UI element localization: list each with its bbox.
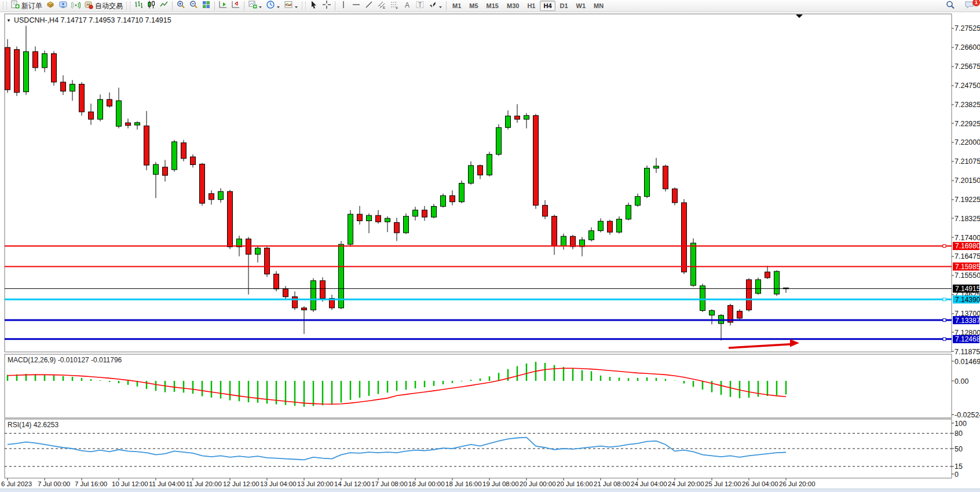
- line-chart-button[interactable]: [158, 1, 170, 12]
- indicators-menu-button[interactable]: [282, 1, 300, 12]
- fibonacci-button[interactable]: F: [388, 1, 401, 12]
- horizontal-line-button[interactable]: [350, 1, 363, 12]
- chart-shift-button[interactable]: [229, 1, 242, 12]
- equidistant-channel-icon: E: [377, 0, 386, 12]
- candle: [292, 297, 298, 308]
- chevron-down-icon: [294, 1, 298, 11]
- candle: [506, 116, 511, 127]
- price-tick-label: 7.22925: [955, 120, 980, 128]
- timeframes-menu-button[interactable]: [264, 1, 282, 12]
- candle: [533, 116, 539, 205]
- autotrading-button[interactable]: 自动交易: [82, 1, 125, 12]
- time-tick-label: 25 Jul 12:00: [705, 480, 741, 487]
- toolbar-separator: [172, 1, 173, 10]
- candle: [589, 231, 594, 240]
- text-button[interactable]: A: [401, 1, 414, 12]
- timeframe-button-w1[interactable]: W1: [573, 1, 590, 11]
- candle: [441, 196, 446, 207]
- mt4-window: 新订单 自动交易: [0, 0, 980, 492]
- candle: [394, 222, 400, 233]
- status-strip: [0, 489, 980, 492]
- line-handle[interactable]: [943, 319, 946, 322]
- chart-canvas[interactable]: ▼ USDCNH-,H4 7.14717 7.14953 7.14710 7.1…: [0, 0, 980, 492]
- line-handle[interactable]: [943, 244, 946, 247]
- toolbar-separator: [214, 1, 215, 10]
- line-handle[interactable]: [943, 337, 946, 340]
- arrows-menu-button[interactable]: [426, 1, 444, 12]
- chevron-down-icon: [438, 1, 443, 11]
- autotrading-label: 自动交易: [95, 1, 123, 11]
- community-button[interactable]: [57, 1, 70, 12]
- timeframe-button-m15[interactable]: M15: [483, 1, 502, 11]
- current-price-tag-label: 7.14915: [955, 285, 980, 293]
- time-tick-label: 20 Jul 16:00: [557, 480, 593, 487]
- signals-button[interactable]: [70, 1, 82, 12]
- rsi-level-label: 100: [955, 420, 967, 428]
- search-icon: [945, 0, 955, 12]
- text-icon: A: [403, 0, 412, 12]
- timeframe-button-h4[interactable]: H4: [540, 1, 555, 11]
- toolbar-grip[interactable]: [3, 2, 7, 10]
- tile-windows-button[interactable]: [200, 1, 213, 12]
- trend-arrow-line[interactable]: [729, 344, 792, 348]
- svg-text:E: E: [383, 6, 385, 9]
- candle: [663, 166, 668, 189]
- symbol-dropdown-icon[interactable]: ▼: [6, 18, 11, 23]
- metaeditor-button[interactable]: [44, 1, 57, 12]
- candle: [478, 166, 483, 175]
- timeframe-button-d1[interactable]: D1: [557, 1, 572, 11]
- timeframe-button-h1[interactable]: H1: [524, 1, 539, 11]
- candle: [42, 54, 47, 68]
- metaeditor-icon: [46, 0, 55, 12]
- candle: [710, 311, 715, 315]
- search-button[interactable]: [944, 1, 957, 12]
- candle: [274, 274, 279, 289]
- candlestick-chart-button[interactable]: [145, 1, 158, 12]
- candle: [413, 210, 418, 216]
- zoom-in-button[interactable]: [174, 1, 187, 12]
- candle: [422, 210, 427, 217]
- toolbar-grip[interactable]: [302, 2, 306, 10]
- timeframe-button-m1[interactable]: M1: [449, 1, 465, 11]
- time-tick-label: 18 Jul 00:00: [408, 480, 445, 487]
- macd-tick-label: -0.02524: [955, 411, 980, 419]
- candle: [228, 192, 233, 247]
- vertical-line-button[interactable]: [337, 1, 350, 12]
- candle: [181, 143, 187, 159]
- toolbar-grip[interactable]: [126, 2, 130, 10]
- time-tick-label: 18 Jul 16:00: [445, 480, 482, 487]
- candle: [302, 308, 307, 310]
- rsi-level-label: 15: [955, 462, 963, 471]
- crosshair-button[interactable]: [320, 1, 333, 12]
- time-tick-label: 24 Jul 20:00: [668, 480, 704, 487]
- candle: [487, 155, 492, 175]
- new-chart-button[interactable]: [246, 1, 264, 12]
- timeframe-button-m5[interactable]: M5: [466, 1, 481, 11]
- candle: [385, 218, 390, 222]
- chart-shift-marker[interactable]: [796, 14, 803, 18]
- time-tick-label: 10 Jul 12:00: [112, 480, 148, 487]
- equidistant-channel-button[interactable]: E: [375, 1, 388, 12]
- candle: [191, 157, 196, 165]
- timeframe-toolbar: M1M5M15M30H1H4D1W1MN: [448, 1, 608, 11]
- candle: [265, 248, 270, 274]
- trend-arrow-head[interactable]: [790, 339, 799, 347]
- trendline-icon: [364, 0, 374, 12]
- time-tick-label: 19 Jul 08:00: [482, 480, 519, 487]
- timeframe-button-m30[interactable]: M30: [503, 1, 522, 11]
- new-order-button[interactable]: 新订单: [9, 1, 44, 12]
- trendline-button[interactable]: [363, 1, 375, 12]
- bar-chart-button[interactable]: [132, 1, 145, 12]
- zoom-out-button[interactable]: [187, 1, 200, 12]
- line-handle[interactable]: [943, 298, 946, 301]
- candle: [70, 84, 75, 91]
- text-label-button[interactable]: T: [414, 1, 426, 12]
- timeframe-button-mn[interactable]: MN: [590, 1, 607, 11]
- price-tick-label: 7.15550: [955, 271, 980, 280]
- candle: [756, 280, 761, 293]
- candle: [200, 164, 205, 203]
- notifications-button[interactable]: 1: [963, 1, 977, 12]
- candle: [747, 280, 752, 310]
- auto-scroll-button[interactable]: [217, 1, 229, 12]
- cursor-button[interactable]: [308, 1, 320, 12]
